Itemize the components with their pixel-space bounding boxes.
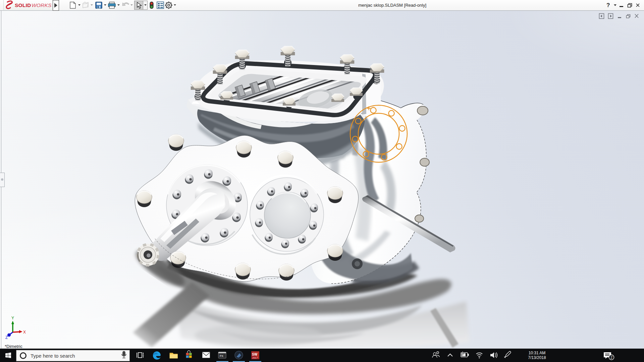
svg-text:2: 2 <box>610 355 612 359</box>
svg-text:SW: SW <box>252 353 258 356</box>
svg-text:2017: 2017 <box>252 356 258 359</box>
svg-text:Z: Z <box>5 335 8 340</box>
svg-text:PX: PX <box>220 355 223 358</box>
svg-text:?: ? <box>606 2 610 8</box>
svg-text:X: X <box>23 330 26 335</box>
svg-text:Y: Y <box>11 316 14 320</box>
